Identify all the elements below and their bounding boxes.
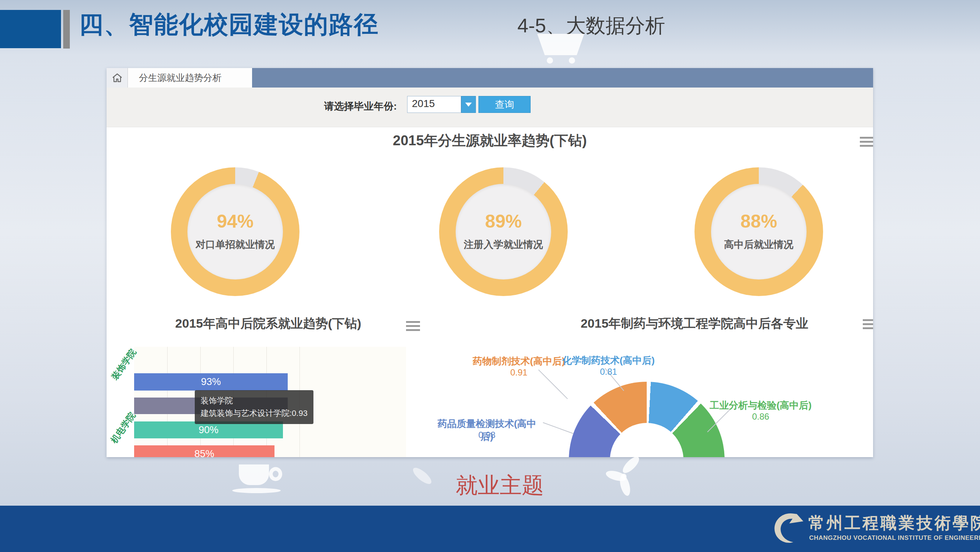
- page-title: 四、智能化校园建设的路径: [79, 8, 379, 41]
- header-grey-bar: [63, 10, 70, 49]
- pie-slice-value: 0.81: [554, 367, 663, 377]
- pinwheel-watermark-icon: [620, 454, 641, 475]
- chart-tooltip: 装饰学院 建筑装饰与艺术设计学院:0.93: [195, 390, 313, 424]
- donut-value: 88%: [695, 211, 823, 232]
- dashboard-toolbar: 请选择毕业年份: 2015 查询: [107, 88, 873, 127]
- bar-chart-title: 2015年高中后院系就业趋势(下钻): [129, 315, 408, 332]
- pie-chart-title: 2015年制药与环境工程学院高中后各专业: [529, 315, 860, 332]
- chevron-down-icon: [465, 103, 472, 107]
- menu-icon[interactable]: [860, 137, 873, 147]
- cart-watermark-icon: [537, 34, 584, 55]
- year-input[interactable]: 2015: [407, 96, 461, 113]
- coffee-cup-watermark-icon: [239, 464, 269, 485]
- donut-label: 注册入学就业情况: [439, 238, 568, 251]
- tooltip-line2: 建筑装饰与艺术设计学院:0.93: [200, 407, 307, 420]
- menu-icon[interactable]: [406, 321, 420, 331]
- year-select-label: 请选择毕业年份:: [324, 100, 397, 113]
- slide-caption: 就业主题: [423, 471, 577, 501]
- donut-chart-title: 2015年分生源就业率趋势(下钻): [107, 131, 873, 150]
- school-logo-icon: [771, 511, 807, 545]
- query-button[interactable]: 查询: [479, 96, 531, 113]
- pie-slice-value: 0.98: [432, 430, 542, 440]
- donut-gauge[interactable]: 94% 对口单招就业情况: [171, 168, 299, 296]
- bar-segment[interactable]: 85%: [134, 445, 275, 457]
- bi-dashboard: 分生源就业趋势分析 请选择毕业年份: 2015 查询 2015年分生源就业率趋势…: [107, 68, 873, 457]
- pinwheel-center-icon: [621, 474, 627, 479]
- pie-slice-label: 化学制药技术(高中后): [554, 354, 663, 367]
- donut-value: 89%: [439, 211, 568, 232]
- footer-bar: 常州工程職業技術學院 CHANGZHOU VOCATIONAL INSTITUT…: [0, 506, 980, 552]
- donut-label: 对口单招就业情况: [171, 238, 299, 251]
- coffee-cup-handle-icon: [269, 467, 282, 481]
- cart-wheel-icon: [547, 57, 553, 64]
- semi-donut-chart[interactable]: [569, 382, 725, 457]
- tooltip-line1: 装饰学院: [200, 395, 307, 407]
- cart-wheel-icon: [569, 57, 575, 64]
- pie-slice-label: 工业分析与检验(高中后): [705, 399, 816, 412]
- home-button[interactable]: [107, 68, 128, 88]
- donut-value: 94%: [171, 211, 299, 232]
- bar-segment[interactable]: 93%: [134, 373, 288, 391]
- school-name-en: CHANGZHOU VOCATIONAL INSTITUTE OF ENGINE…: [809, 534, 980, 542]
- year-dropdown-button[interactable]: [461, 96, 476, 113]
- tab-employment-trend[interactable]: 分生源就业趋势分析: [128, 68, 252, 88]
- donut-gauge[interactable]: 89% 注册入学就业情况: [439, 168, 568, 296]
- donut-gauge[interactable]: 88% 高中后就业情况: [695, 168, 823, 296]
- school-name-cn: 常州工程職業技術學院: [808, 512, 980, 534]
- donut-label: 高中后就业情况: [695, 238, 823, 251]
- pie-slice-value: 0.86: [705, 412, 816, 422]
- home-icon: [112, 73, 123, 83]
- menu-icon[interactable]: [863, 319, 873, 329]
- coffee-saucer-icon: [232, 488, 281, 493]
- header-accent-bar: [0, 10, 61, 48]
